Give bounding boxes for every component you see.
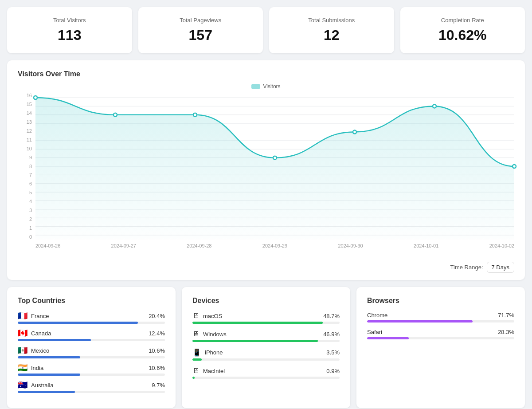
device-name: iPhone (205, 349, 223, 356)
stat-label-pageviews: Total Pageviews (149, 17, 253, 24)
device-bar-fill (192, 322, 323, 324)
country-flag: 🇮🇳 (18, 364, 27, 372)
bottom-row: Top Countries 🇫🇷 France 20.4% 🇨🇦 Canada … (7, 287, 525, 408)
svg-point-21 (353, 130, 356, 134)
devices-list: 🖥 macOS 48.7% 🖥 Windows 46.9% 📱 iPhone 3… (192, 312, 340, 379)
device-icon: 🖥 (192, 367, 200, 375)
device-bar-track (192, 340, 340, 342)
country-flag: 🇦🇺 (18, 381, 27, 389)
country-name-wrap: 🇦🇺 Australia (18, 381, 54, 389)
country-name-wrap: 🇲🇽 Mexico (18, 346, 49, 354)
device-name-wrap: 🖥 MacIntel (192, 367, 225, 375)
x-tick: 2024-10-01 (414, 243, 438, 248)
chart-area: 012345678910111213141516 2024-09-2 (18, 93, 514, 257)
country-bar-fill (18, 339, 91, 341)
y-tick: 4 (18, 199, 35, 204)
browser-name: Chrome (367, 312, 387, 319)
stat-value-visitors: 113 (18, 27, 121, 43)
y-tick: 14 (18, 111, 35, 116)
device-icon: 🖥 (192, 330, 200, 338)
device-item: 🖥 Windows 46.9% (192, 330, 340, 342)
stat-card-pageviews: Total Pageviews 157 (138, 7, 263, 53)
time-range-label: Time Range: (450, 264, 483, 271)
x-tick: 2024-09-27 (111, 243, 136, 248)
device-bar-fill (192, 377, 195, 379)
y-tick: 3 (18, 208, 35, 213)
country-name: France (31, 313, 49, 319)
country-bar-track (18, 391, 165, 393)
stats-row: Total Visitors 113 Total Pageviews 157 T… (7, 7, 525, 53)
device-name: macOS (203, 313, 222, 319)
chart-inner (35, 93, 514, 240)
device-item: 🖥 MacIntel 0.9% (192, 367, 340, 379)
device-bar-fill (192, 340, 318, 342)
browsers-title: Browsers (367, 297, 514, 305)
y-tick: 12 (18, 129, 35, 134)
stat-card-visitors: Total Visitors 113 (7, 7, 132, 53)
country-pct: 10.6% (149, 365, 165, 371)
device-bar-track (192, 358, 340, 361)
country-bar-fill (18, 374, 80, 376)
device-icon: 🖥 (192, 312, 200, 320)
country-flag: 🇫🇷 (18, 312, 27, 320)
countries-title: Top Countries (18, 297, 165, 305)
stat-value-submissions: 12 (280, 27, 383, 43)
device-name: MacIntel (203, 368, 225, 374)
browsers-list: Chrome 71.7% Safari 28.3% (367, 312, 514, 339)
devices-title: Devices (192, 297, 340, 305)
devices-card: Devices 🖥 macOS 48.7% 🖥 Windows 46.9% 📱 (182, 287, 350, 408)
browser-pct: 71.7% (498, 312, 514, 319)
chart-title: Visitors Over Time (18, 70, 514, 78)
y-tick: 8 (18, 164, 35, 169)
line-chart-svg (35, 93, 514, 240)
device-name: Windows (203, 331, 227, 338)
device-name-wrap: 📱 iPhone (192, 348, 223, 357)
country-pct: 9.7% (152, 382, 165, 389)
chart-card: Visitors Over Time Visitors 012345678910… (7, 60, 525, 280)
x-tick: 2024-10-02 (489, 243, 514, 248)
x-tick: 2024-09-29 (262, 243, 287, 248)
y-axis: 012345678910111213141516 (18, 93, 35, 240)
browser-bar-fill (367, 337, 409, 339)
svg-point-19 (193, 113, 197, 117)
x-tick: 2024-09-26 (35, 243, 60, 248)
time-range-button[interactable]: 7 Days (487, 262, 514, 273)
browser-pct: 28.3% (498, 329, 514, 335)
browsers-card: Browsers Chrome 71.7% Safari 28.3% (356, 287, 525, 408)
y-tick: 15 (18, 102, 35, 107)
legend-label: Visitors (263, 83, 280, 90)
browser-bar-track (367, 337, 514, 339)
svg-point-23 (512, 165, 516, 168)
y-tick: 10 (18, 146, 35, 151)
x-tick: 2024-09-30 (338, 243, 363, 248)
stat-label-submissions: Total Submissions (280, 17, 383, 24)
legend-color-box (251, 84, 260, 89)
y-tick: 13 (18, 120, 35, 125)
device-item: 📱 iPhone 3.5% (192, 348, 340, 361)
y-tick: 1 (18, 226, 35, 231)
countries-card: Top Countries 🇫🇷 France 20.4% 🇨🇦 Canada … (7, 287, 176, 408)
stat-label-completion: Completion Rate (411, 17, 515, 24)
y-tick: 9 (18, 155, 35, 160)
country-name-wrap: 🇮🇳 India (18, 364, 43, 372)
y-tick: 2 (18, 217, 35, 222)
svg-point-18 (113, 113, 117, 117)
device-bar-fill (192, 358, 202, 361)
y-tick: 16 (18, 93, 35, 98)
stat-value-pageviews: 157 (149, 27, 253, 43)
chart-footer: Time Range: 7 Days (18, 262, 514, 273)
country-bar-fill (18, 391, 75, 393)
device-pct: 48.7% (323, 313, 340, 319)
stat-card-completion: Completion Rate 10.62% (400, 7, 525, 53)
country-flag: 🇨🇦 (18, 329, 27, 337)
stat-label-visitors: Total Visitors (18, 17, 121, 24)
country-name: Canada (31, 330, 51, 337)
country-bar-track (18, 356, 165, 358)
country-item: 🇮🇳 India 10.6% (18, 364, 165, 376)
device-bar-track (192, 377, 340, 379)
country-item: 🇫🇷 France 20.4% (18, 312, 165, 324)
country-bar-track (18, 322, 165, 324)
browser-bar-fill (367, 320, 473, 322)
svg-point-20 (273, 156, 277, 160)
chart-legend: Visitors (18, 83, 514, 90)
